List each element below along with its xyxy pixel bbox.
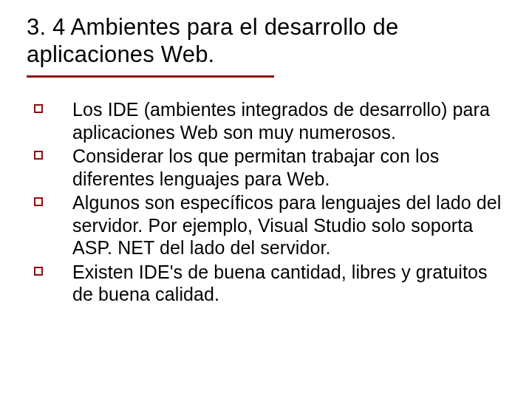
square-bullet-icon: [34, 104, 43, 113]
list-item-text: Considerar los que permitan trabajar con…: [72, 145, 505, 190]
list-item-text: Existen IDE's de buena cantidad, libres …: [72, 261, 505, 306]
title-underline-wrap: [27, 75, 505, 78]
list-item: Los IDE (ambientes integrados de desarro…: [31, 98, 505, 143]
square-bullet-icon: [34, 197, 43, 206]
list-item: Algunos son específicos para lenguajes d…: [31, 191, 505, 259]
slide-title: 3. 4 Ambientes para el desarrollo de apl…: [27, 13, 505, 68]
title-underline: [27, 75, 274, 78]
square-bullet-icon: [34, 151, 43, 160]
square-bullet-icon: [34, 267, 43, 276]
list-item: Existen IDE's de buena cantidad, libres …: [31, 261, 505, 306]
bullet-list: Los IDE (ambientes integrados de desarro…: [27, 98, 505, 306]
list-item-text: Algunos son específicos para lenguajes d…: [72, 191, 505, 259]
list-item-text: Los IDE (ambientes integrados de desarro…: [72, 98, 505, 143]
list-item: Considerar los que permitan trabajar con…: [31, 145, 505, 190]
